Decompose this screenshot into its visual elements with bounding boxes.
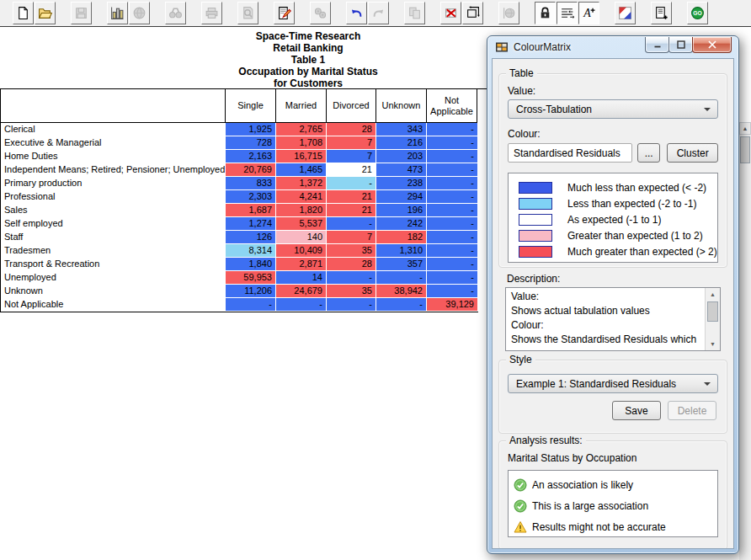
data-cell[interactable]: 20,769 (226, 163, 275, 176)
data-cell[interactable]: 1,708 (276, 136, 326, 149)
row-label[interactable]: Independent Means; Retired; Pensioner; U… (0, 163, 225, 176)
data-cell[interactable]: 1,925 (226, 123, 275, 136)
data-cell[interactable]: 24,679 (276, 285, 326, 297)
row-label[interactable]: Sales (0, 204, 225, 216)
bar-chart-button[interactable] (107, 2, 128, 24)
maximize-button[interactable] (668, 37, 693, 53)
description-scrollbar[interactable]: ▲ ▼ (705, 288, 720, 350)
remove-item-button[interactable] (440, 2, 461, 24)
data-cell[interactable]: 126 (226, 231, 275, 243)
data-cell[interactable]: 238 (376, 177, 426, 189)
scroll-up-icon[interactable]: ▲ (706, 288, 720, 301)
data-cell[interactable]: - (376, 271, 426, 284)
data-cell[interactable]: 14 (276, 271, 326, 284)
data-cell[interactable]: - (327, 298, 376, 311)
row-label[interactable]: Self employed (0, 217, 225, 230)
vertical-scrollbar[interactable]: ▲ (739, 122, 751, 560)
data-cell[interactable]: - (226, 298, 275, 311)
data-cell[interactable]: - (427, 177, 477, 189)
data-cell[interactable]: 35 (327, 285, 376, 297)
data-cell[interactable]: 21 (327, 163, 376, 176)
undo-button[interactable] (346, 2, 367, 24)
style-select[interactable]: Example 1: Standardised Residuals (508, 374, 718, 393)
data-cell[interactable]: 2,871 (276, 258, 326, 270)
save-button[interactable]: Save (612, 401, 661, 420)
data-cell[interactable]: 1,820 (276, 204, 326, 216)
data-cell[interactable]: 1,372 (276, 177, 326, 189)
data-cell[interactable]: 2,303 (226, 190, 275, 203)
data-cell[interactable]: - (276, 298, 326, 311)
data-cell[interactable]: - (327, 271, 376, 284)
data-cell[interactable]: 28 (327, 123, 376, 136)
data-cell[interactable]: 343 (376, 123, 426, 136)
data-cell[interactable]: 21 (327, 190, 376, 203)
data-cell[interactable]: 728 (226, 136, 275, 149)
data-cell[interactable]: - (427, 136, 477, 149)
add-table-button[interactable] (651, 2, 672, 24)
data-cell[interactable]: 242 (376, 217, 426, 230)
data-cell[interactable]: - (327, 177, 376, 189)
data-cell[interactable]: - (427, 150, 477, 163)
row-label[interactable]: Primary production (0, 177, 225, 189)
data-cell[interactable]: - (376, 298, 426, 311)
data-cell[interactable]: 5,537 (276, 217, 326, 230)
data-cell[interactable]: 39,129 (427, 298, 477, 311)
data-cell[interactable]: - (427, 231, 477, 243)
data-cell[interactable]: 1,274 (226, 217, 275, 230)
open-file-button[interactable] (35, 2, 56, 24)
data-cell[interactable]: 4,241 (276, 190, 326, 203)
data-cell[interactable]: 294 (376, 190, 426, 203)
scrollbar-thumb[interactable] (707, 301, 718, 322)
data-cell[interactable]: - (427, 285, 477, 297)
data-cell[interactable]: 2,765 (276, 123, 326, 136)
data-cell[interactable]: 140 (276, 231, 326, 243)
data-cell[interactable]: 1,840 (226, 258, 275, 270)
data-cell[interactable]: - (427, 244, 477, 257)
data-cell[interactable]: - (427, 271, 477, 284)
data-cell[interactable]: 21 (327, 204, 376, 216)
data-cell[interactable]: - (327, 217, 376, 230)
data-cell[interactable]: 182 (376, 231, 426, 243)
data-cell[interactable]: 2,163 (226, 150, 275, 163)
data-cell[interactable]: 7 (327, 136, 376, 149)
scroll-up-icon[interactable]: ▲ (739, 122, 751, 135)
column-header[interactable]: Single (225, 89, 275, 122)
data-cell[interactable]: - (427, 204, 477, 216)
font-size-button[interactable]: A (578, 2, 599, 24)
data-cell[interactable]: 7 (327, 231, 376, 243)
row-label[interactable]: Executive & Managerial (0, 136, 225, 149)
data-cell[interactable]: 59,953 (226, 271, 275, 284)
switch-axes-button[interactable] (462, 2, 483, 24)
data-cell[interactable]: 35 (327, 244, 376, 257)
data-cell[interactable]: 8,314 (226, 244, 275, 257)
column-header[interactable]: Married (275, 89, 326, 122)
data-cell[interactable]: 1,465 (276, 163, 326, 176)
data-cell[interactable]: - (427, 217, 477, 230)
row-label[interactable]: Transport & Recreation (0, 258, 225, 270)
data-cell[interactable]: 216 (376, 136, 426, 149)
data-cell[interactable]: 11,206 (226, 285, 275, 297)
scroll-down-icon[interactable]: ▼ (706, 338, 720, 350)
data-cell[interactable]: 10,409 (276, 244, 326, 257)
data-cell[interactable]: 7 (327, 150, 376, 163)
value-select[interactable]: Cross-Tabulation (508, 99, 718, 119)
dialog-titlebar[interactable]: ColourMatrix (487, 36, 738, 58)
data-cell[interactable]: 28 (327, 258, 376, 270)
data-cell[interactable]: 16,715 (276, 150, 326, 163)
cluster-button[interactable]: Cluster (667, 143, 718, 163)
lock-button[interactable] (535, 2, 556, 24)
data-cell[interactable]: 357 (376, 258, 426, 270)
row-label[interactable]: Tradesmen (0, 244, 225, 257)
browse-button[interactable]: ... (637, 143, 661, 163)
data-cell[interactable]: - (427, 123, 477, 136)
go-button[interactable]: GO (687, 2, 708, 24)
data-cell[interactable]: - (427, 258, 477, 270)
data-cell[interactable]: 473 (376, 163, 426, 176)
scrollbar-thumb[interactable] (740, 136, 750, 163)
edit-annotations-button[interactable] (274, 2, 295, 24)
data-cell[interactable]: 203 (376, 150, 426, 163)
row-label[interactable]: Unknown (0, 285, 225, 297)
row-label[interactable]: Home Duties (0, 150, 225, 163)
data-cell[interactable]: - (427, 190, 477, 203)
row-label[interactable]: Not Applicable (0, 298, 225, 311)
